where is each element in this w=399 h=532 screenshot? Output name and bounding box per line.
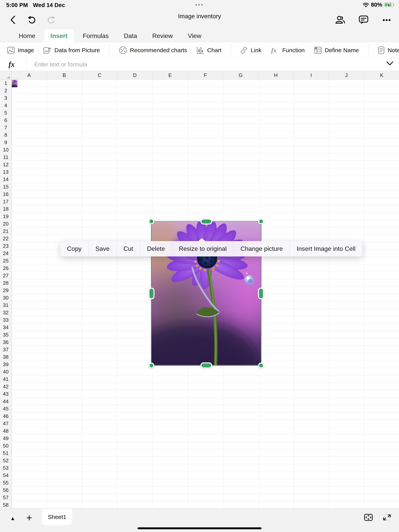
row-header[interactable]: 16: [0, 190, 12, 198]
row-header[interactable]: 9: [0, 139, 12, 146]
context-menu-item[interactable]: Change picture: [234, 241, 290, 256]
row-header[interactable]: 23: [0, 242, 12, 250]
resize-handle-bottom[interactable]: [200, 362, 212, 368]
row-header[interactable]: 19: [0, 213, 12, 220]
tab-formulas[interactable]: Formulas: [77, 29, 115, 43]
row-header[interactable]: 46: [0, 412, 12, 420]
note-button[interactable]: Note: [378, 46, 399, 54]
tab-data[interactable]: Data: [118, 29, 143, 43]
resize-handle-top-left[interactable]: [148, 218, 154, 224]
row-header[interactable]: 29: [0, 287, 12, 294]
row-header[interactable]: 6: [0, 116, 12, 124]
row-header[interactable]: 40: [0, 368, 12, 375]
row-header[interactable]: 48: [0, 427, 12, 435]
column-header[interactable]: C: [82, 71, 117, 79]
full-screen-button[interactable]: [383, 513, 391, 522]
row-header[interactable]: 15: [0, 183, 12, 190]
chart-button[interactable]: Chart: [196, 47, 221, 54]
row-header[interactable]: 33: [0, 316, 12, 324]
spreadsheet-grid[interactable]: 1234567891011121314151617181920212223242…: [0, 79, 399, 509]
row-header[interactable]: 3: [0, 94, 12, 102]
row-header[interactable]: 32: [0, 309, 12, 316]
cell-a1-image-thumbnail[interactable]: [12, 80, 18, 87]
row-header[interactable]: 11: [0, 153, 12, 161]
row-header[interactable]: 26: [0, 265, 12, 272]
row-header[interactable]: 4: [0, 102, 12, 109]
row-header[interactable]: 22: [0, 235, 12, 242]
tab-home[interactable]: Home: [13, 29, 41, 43]
row-header[interactable]: 50: [0, 442, 12, 450]
column-header[interactable]: K: [364, 71, 399, 79]
row-header[interactable]: 49: [0, 435, 12, 442]
row-header[interactable]: 14: [0, 176, 12, 183]
context-menu-item[interactable]: Insert Image into Cell: [290, 241, 362, 256]
data-from-picture-button[interactable]: Data from Picture: [43, 46, 100, 54]
row-header[interactable]: 55: [0, 479, 12, 487]
row-header[interactable]: 47: [0, 420, 12, 427]
formula-bar-expand-chevron-icon[interactable]: [386, 61, 393, 66]
row-header[interactable]: 7: [0, 124, 12, 131]
column-header[interactable]: G: [223, 71, 258, 79]
row-header[interactable]: 54: [0, 472, 12, 479]
row-header[interactable]: 30: [0, 294, 12, 301]
sheet-list-button[interactable]: ▲: [8, 513, 18, 523]
row-header[interactable]: 35: [0, 331, 12, 338]
row-header[interactable]: 13: [0, 168, 12, 176]
tab-view[interactable]: View: [182, 29, 207, 43]
function-button[interactable]: fx Function: [271, 47, 305, 54]
row-header[interactable]: 20: [0, 220, 12, 228]
column-header[interactable]: H: [258, 71, 294, 79]
row-header[interactable]: 38: [0, 353, 12, 361]
recommended-charts-button[interactable]: Recommended charts: [119, 46, 187, 54]
row-header[interactable]: 10: [0, 146, 12, 153]
row-header[interactable]: 53: [0, 464, 12, 472]
multitask-dots-icon[interactable]: •••: [195, 1, 204, 8]
tab-insert[interactable]: Insert: [44, 29, 74, 43]
comments-button[interactable]: [358, 14, 369, 25]
context-menu-item[interactable]: Delete: [140, 241, 172, 256]
row-header[interactable]: 39: [0, 361, 12, 368]
column-header[interactable]: E: [153, 71, 188, 79]
row-header[interactable]: 18: [0, 205, 12, 213]
row-header[interactable]: 34: [0, 324, 12, 331]
context-menu-item[interactable]: Copy: [60, 241, 89, 256]
row-header[interactable]: 44: [0, 398, 12, 405]
column-header[interactable]: F: [188, 71, 223, 79]
row-header[interactable]: 51: [0, 450, 12, 457]
row-header[interactable]: 52: [0, 457, 12, 464]
context-menu-item[interactable]: Save: [89, 241, 117, 256]
link-button[interactable]: Link: [240, 47, 261, 54]
resize-handle-bottom-right[interactable]: [258, 363, 264, 368]
row-header[interactable]: 2: [0, 87, 12, 94]
row-header[interactable]: 31: [0, 301, 12, 309]
row-header[interactable]: 27: [0, 272, 12, 279]
row-header[interactable]: 45: [0, 405, 12, 412]
fit-to-screen-button[interactable]: [364, 514, 373, 521]
row-header[interactable]: 24: [0, 250, 12, 257]
define-name-button[interactable]: Define Name: [314, 47, 359, 54]
row-header[interactable]: 5: [0, 109, 12, 116]
row-header[interactable]: 12: [0, 161, 12, 168]
resize-handle-left[interactable]: [148, 288, 154, 299]
row-header[interactable]: 37: [0, 346, 12, 353]
column-header[interactable]: J: [329, 71, 364, 79]
column-header[interactable]: I: [294, 71, 329, 79]
row-header[interactable]: 57: [0, 494, 12, 501]
row-header[interactable]: 1: [0, 79, 12, 87]
resize-handle-bottom-left[interactable]: [148, 363, 154, 368]
back-button[interactable]: [7, 14, 18, 25]
share-people-button[interactable]: [335, 14, 346, 25]
select-all-corner[interactable]: [0, 71, 12, 79]
context-menu-item[interactable]: Cut: [117, 241, 140, 256]
column-header[interactable]: A: [12, 71, 47, 79]
more-options-button[interactable]: •••: [381, 14, 392, 25]
resize-handle-top-right[interactable]: [258, 218, 264, 224]
row-header[interactable]: 28: [0, 279, 12, 287]
row-header[interactable]: 42: [0, 383, 12, 390]
row-header[interactable]: 21: [0, 228, 12, 235]
add-sheet-button[interactable]: +: [24, 512, 35, 524]
context-menu-item[interactable]: Resize to original: [172, 241, 234, 256]
undo-button[interactable]: [26, 14, 37, 25]
resize-handle-top[interactable]: [200, 218, 212, 225]
row-header[interactable]: 36: [0, 338, 12, 346]
